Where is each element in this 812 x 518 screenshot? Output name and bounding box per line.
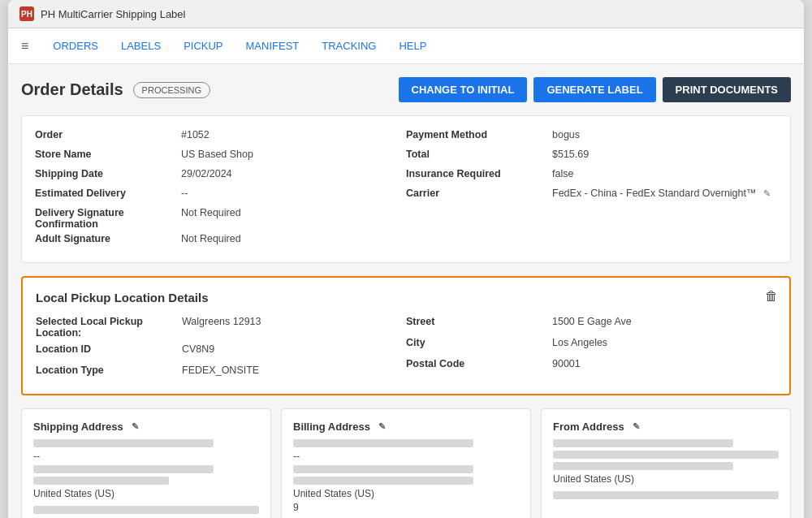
adult-sig-label: Adult Signature — [35, 233, 181, 244]
insurance-label: Insurance Required — [406, 168, 552, 179]
postal-code-label: Postal Code — [406, 358, 552, 369]
shipping-date-row: Shipping Date 29/02/2024 — [35, 168, 406, 184]
shipping-line-4 — [33, 506, 259, 514]
order-header: Order Details PROCESSING CHANGE TO INITI… — [21, 77, 791, 102]
print-documents-button[interactable]: PRINT DOCUMENTS — [663, 77, 791, 102]
shipping-line-1 — [33, 439, 214, 447]
billing-line-2 — [293, 465, 473, 473]
carrier-label: Carrier — [406, 188, 552, 199]
nav-labels[interactable]: LABELS — [110, 28, 172, 64]
insurance-row: Insurance Required false — [406, 168, 777, 184]
nav-help[interactable]: HELP — [387, 28, 438, 64]
location-type-row: Location Type FEDEX_ONSITE — [36, 365, 406, 381]
shipping-dash: -- — [33, 451, 259, 462]
order-title: Order Details — [21, 80, 123, 99]
billing-address-title: Billing Address ✎ — [293, 421, 519, 433]
shipping-line-2 — [33, 465, 214, 473]
estimated-delivery-row: Estimated Delivery -- — [35, 188, 406, 204]
pickup-location-card: Local Pickup Location Details 🗑 Selected… — [21, 276, 791, 395]
street-label: Street — [406, 316, 552, 327]
billing-line-3 — [293, 477, 473, 485]
store-name-label: Store Name — [35, 149, 181, 160]
location-type-value: FEDEX_ONSITE — [182, 365, 406, 376]
pickup-location-row: Selected Local Pickup Location: Walgreen… — [36, 316, 406, 339]
order-details-right: Payment Method bogus Total $515.69 Insur… — [406, 129, 777, 249]
location-id-value: CV8N9 — [182, 343, 406, 355]
delete-pickup-button[interactable]: 🗑 — [765, 289, 778, 304]
shipping-date-value: 29/02/2024 — [181, 168, 406, 179]
order-details-grid: Order #1052 Store Name US Based Shop Shi… — [35, 129, 777, 249]
billing-line-1 — [293, 439, 473, 447]
delivery-sig-row: Delivery Signature Confirmation Not Requ… — [35, 207, 406, 230]
nav-tracking[interactable]: TRACKING — [310, 28, 387, 64]
billing-edit-icon[interactable]: ✎ — [378, 421, 386, 432]
nav-orders[interactable]: ORDERS — [41, 28, 110, 64]
delivery-sig-label: Delivery Signature Confirmation — [35, 207, 181, 230]
location-id-row: Location ID CV8N9 — [36, 343, 406, 360]
total-row: Total $515.69 — [406, 149, 777, 165]
from-address-card: From Address ✎ United States (US) — [541, 408, 791, 518]
adult-sig-value: Not Required — [181, 233, 406, 244]
delivery-sig-value: Not Required — [181, 207, 406, 218]
pickup-grid: Selected Local Pickup Location: Walgreen… — [36, 316, 776, 381]
pickup-left: Selected Local Pickup Location: Walgreen… — [36, 316, 406, 381]
from-line-4 — [553, 491, 779, 499]
billing-dash: -- — [293, 451, 519, 462]
generate-label-button[interactable]: GENERATE LABEL — [533, 77, 655, 102]
pickup-title: Local Pickup Location Details — [36, 291, 776, 304]
shipping-address-card: Shipping Address ✎ -- United States (US) — [21, 408, 271, 518]
order-label: Order — [35, 129, 181, 140]
estimated-delivery-label: Estimated Delivery — [35, 188, 181, 199]
shipping-edit-icon[interactable]: ✎ — [132, 421, 139, 432]
billing-address-card: Billing Address ✎ -- United States (US) … — [281, 408, 531, 518]
city-label: City — [406, 337, 552, 348]
order-details-left: Order #1052 Store Name US Based Shop Shi… — [35, 129, 406, 249]
street-row: Street 1500 E Gage Ave — [406, 316, 776, 332]
carrier-value: FedEx - China - FedEx Standard Overnight… — [552, 188, 777, 199]
change-to-initial-button[interactable]: CHANGE TO INITIAL — [399, 77, 528, 102]
pickup-location-label: Selected Local Pickup Location: — [36, 316, 182, 339]
shipping-line-3 — [33, 477, 169, 485]
order-row: Order #1052 — [35, 129, 406, 145]
shipping-address-title: Shipping Address ✎ — [33, 421, 259, 433]
pickup-location-value: Walgreens 12913 — [182, 316, 406, 327]
store-name-value: US Based Shop — [181, 149, 406, 160]
nav-pickup[interactable]: PICKUP — [172, 28, 234, 64]
location-type-label: Location Type — [36, 365, 182, 376]
shipping-country: United States (US) — [33, 488, 259, 499]
nav-manifest[interactable]: MANIFEST — [235, 28, 311, 64]
billing-extra1: 9 — [293, 502, 519, 513]
order-details-card: Order #1052 Store Name US Based Shop Shi… — [21, 115, 791, 263]
action-buttons: CHANGE TO INITIAL GENERATE LABEL PRINT D… — [399, 77, 791, 102]
from-line-2 — [553, 451, 779, 459]
from-address-title: From Address ✎ — [553, 421, 779, 433]
app-title: PH MultiCarrier Shipping Label — [41, 8, 185, 20]
carrier-edit-icon[interactable]: ✎ — [763, 188, 771, 199]
carrier-row: Carrier FedEx - China - FedEx Standard O… — [406, 188, 777, 204]
page-content: Order Details PROCESSING CHANGE TO INITI… — [8, 64, 804, 518]
location-id-label: Location ID — [36, 343, 182, 355]
store-name-row: Store Name US Based Shop — [35, 149, 406, 165]
total-label: Total — [406, 149, 552, 160]
street-value: 1500 E Gage Ave — [552, 316, 776, 327]
title-bar: PH PH MultiCarrier Shipping Label — [8, 0, 804, 28]
pickup-right: Street 1500 E Gage Ave City Los Angeles … — [406, 316, 776, 381]
order-title-group: Order Details PROCESSING — [21, 80, 210, 99]
address-section: Shipping Address ✎ -- United States (US)… — [21, 408, 791, 518]
hamburger-menu[interactable]: ≡ — [21, 39, 28, 54]
status-badge: PROCESSING — [133, 82, 210, 98]
main-window: PH PH MultiCarrier Shipping Label ≡ ORDE… — [8, 0, 804, 518]
from-line-3 — [553, 462, 733, 470]
billing-country: United States (US) — [293, 488, 519, 499]
total-value: $515.69 — [552, 149, 777, 160]
city-row: City Los Angeles — [406, 337, 776, 353]
payment-method-row: Payment Method bogus — [406, 129, 777, 145]
from-country: United States (US) — [553, 473, 779, 485]
order-value: #1052 — [181, 129, 406, 140]
postal-code-value: 90001 — [552, 358, 776, 369]
adult-sig-row: Adult Signature Not Required — [35, 233, 406, 249]
payment-method-value: bogus — [552, 129, 777, 140]
from-edit-icon[interactable]: ✎ — [633, 421, 640, 432]
postal-code-row: Postal Code 90001 — [406, 358, 776, 374]
estimated-delivery-value: -- — [181, 188, 406, 199]
